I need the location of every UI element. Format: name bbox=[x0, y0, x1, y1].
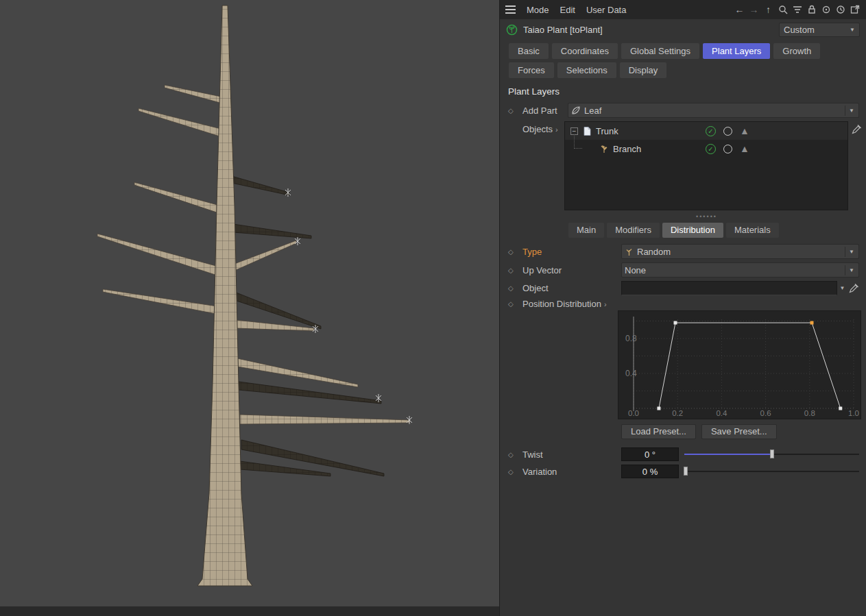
tab-basic[interactable]: Basic bbox=[509, 43, 549, 59]
chevron-down-icon: ▼ bbox=[847, 27, 855, 33]
solo-triangle-icon[interactable]: ▲ bbox=[740, 144, 749, 153]
collapse-minus-icon[interactable]: − bbox=[570, 127, 578, 135]
application-window: Mode Edit User Data ← → ↑ bbox=[0, 0, 866, 616]
slider-track bbox=[684, 471, 859, 472]
tree-row-trunk[interactable]: − Trunk ✓ ▲ bbox=[565, 122, 847, 140]
lock-icon[interactable] bbox=[806, 4, 817, 16]
object-link-row: ◇ Object ▼ bbox=[500, 281, 866, 295]
preset-dropdown[interactable]: Custom ▼ bbox=[779, 23, 860, 37]
param-diamond-icon: ◇ bbox=[508, 267, 522, 274]
twist-value-field[interactable]: 0 ° bbox=[621, 447, 679, 461]
svg-text:0.4: 0.4 bbox=[625, 369, 637, 378]
subtab-distribution[interactable]: Distribution bbox=[662, 223, 723, 238]
object-link-field[interactable] bbox=[621, 281, 837, 295]
svg-text:0.2: 0.2 bbox=[672, 409, 683, 417]
tab-growth[interactable]: Growth bbox=[773, 43, 820, 59]
solo-triangle-icon[interactable]: ▲ bbox=[740, 126, 749, 136]
panel-resize-handle[interactable]: •••••• bbox=[564, 214, 849, 219]
eyedropper-icon[interactable] bbox=[849, 283, 859, 293]
history-clock-icon[interactable] bbox=[834, 4, 846, 16]
tab-plant-layers[interactable]: Plant Layers bbox=[703, 43, 770, 59]
tree-item-name[interactable]: Trunk bbox=[596, 126, 618, 136]
wireframe-tree-model bbox=[0, 0, 499, 616]
preset-buttons-row: Load Preset... Save Preset... bbox=[621, 424, 866, 439]
search-icon[interactable] bbox=[777, 4, 789, 16]
variation-value-field[interactable]: 0 % bbox=[621, 465, 679, 478]
object-label: Object bbox=[522, 283, 621, 293]
parent-up-icon[interactable]: ↑ bbox=[762, 4, 774, 16]
svg-text:0.6: 0.6 bbox=[760, 409, 771, 417]
object-title: Taiao Plant [toPlant] bbox=[523, 25, 603, 35]
load-preset-button[interactable]: Load Preset... bbox=[621, 424, 696, 439]
svg-text:0.8: 0.8 bbox=[804, 409, 815, 417]
subtab-main[interactable]: Main bbox=[568, 223, 604, 238]
visibility-circle-icon[interactable] bbox=[723, 127, 732, 136]
branch-object-icon bbox=[599, 144, 609, 153]
enabled-check-icon[interactable]: ✓ bbox=[706, 144, 716, 154]
tab-coordinates[interactable]: Coordinates bbox=[552, 43, 618, 59]
add-part-dropdown[interactable]: Leaf ▼ bbox=[568, 103, 859, 118]
objects-row: Objects› − Trunk ✓ ▲ Branch bbox=[500, 121, 866, 210]
tab-row-1: Basic Coordinates Global Settings Plant … bbox=[500, 40, 866, 60]
param-diamond-icon: ◇ bbox=[508, 300, 522, 308]
type-row: ◇ Type Random ▼ bbox=[500, 244, 866, 259]
variation-label: Variation bbox=[522, 467, 621, 477]
menu-edit[interactable]: Edit bbox=[560, 5, 575, 15]
visibility-circle-icon[interactable] bbox=[723, 145, 732, 153]
layer-subtabs: Main Modifiers Distribution Materials bbox=[568, 223, 866, 238]
target-icon[interactable] bbox=[820, 4, 832, 16]
random-distribution-icon bbox=[625, 247, 634, 256]
param-diamond-icon: ◇ bbox=[508, 468, 522, 476]
slider-knob[interactable] bbox=[684, 467, 688, 476]
param-diamond-icon: ◇ bbox=[508, 284, 522, 292]
variation-slider[interactable] bbox=[684, 465, 859, 478]
section-title-plant-layers: Plant Layers bbox=[508, 86, 866, 97]
plant-object-icon bbox=[506, 24, 518, 36]
subtab-materials[interactable]: Materials bbox=[726, 223, 779, 238]
tab-selections[interactable]: Selections bbox=[557, 62, 616, 78]
twist-label: Twist bbox=[522, 449, 621, 460]
eyedropper-icon[interactable] bbox=[852, 124, 862, 134]
tree-indent bbox=[570, 140, 595, 158]
position-distribution-curve-editor[interactable]: 0.80.40.00.20.40.60.81.0 bbox=[618, 310, 861, 419]
tree-row-branch[interactable]: Branch ✓ ▲ bbox=[565, 140, 847, 158]
up-vector-dropdown[interactable]: None ▼ bbox=[621, 262, 859, 278]
enabled-check-icon[interactable]: ✓ bbox=[706, 126, 716, 136]
menu-mode[interactable]: Mode bbox=[527, 5, 549, 15]
expand-chevron-icon[interactable]: › bbox=[604, 300, 607, 308]
history-back-icon[interactable]: ← bbox=[734, 4, 745, 16]
svg-text:0.4: 0.4 bbox=[716, 409, 727, 417]
attribute-menubar: Mode Edit User Data ← → ↑ bbox=[500, 0, 866, 19]
chevron-down-icon[interactable]: ▼ bbox=[837, 281, 847, 295]
chevron-down-icon: ▼ bbox=[845, 106, 856, 116]
object-header: Taiao Plant [toPlant] Custom ▼ bbox=[500, 19, 866, 40]
viewport-3d[interactable] bbox=[0, 0, 499, 616]
tree-item-name[interactable]: Branch bbox=[613, 144, 641, 154]
up-vector-row: ◇ Up Vector None ▼ bbox=[500, 262, 866, 278]
popout-window-icon[interactable] bbox=[849, 4, 861, 16]
chevron-down-icon: ▼ bbox=[845, 265, 856, 275]
plant-layer-object-tree[interactable]: − Trunk ✓ ▲ Branch ✓ ▲ bbox=[564, 121, 848, 210]
param-diamond-icon: ◇ bbox=[508, 248, 522, 256]
hamburger-menu-icon[interactable] bbox=[505, 3, 516, 16]
expand-chevron-icon[interactable]: › bbox=[555, 125, 558, 134]
filter-icon[interactable] bbox=[791, 4, 803, 16]
add-part-value: Leaf bbox=[584, 106, 601, 116]
variation-row: ◇ Variation 0 % bbox=[500, 465, 866, 478]
subtab-modifiers[interactable]: Modifiers bbox=[607, 223, 660, 238]
type-dropdown[interactable]: Random ▼ bbox=[621, 244, 859, 259]
leaf-icon bbox=[571, 106, 581, 115]
twist-slider[interactable] bbox=[684, 447, 859, 461]
menubar-icon-group: ← → ↑ bbox=[734, 4, 861, 16]
history-forward-icon[interactable]: → bbox=[748, 4, 760, 16]
menu-user-data[interactable]: User Data bbox=[586, 5, 627, 15]
save-preset-button[interactable]: Save Preset... bbox=[701, 424, 777, 439]
slider-knob[interactable] bbox=[770, 449, 774, 458]
tab-row-2: Forces Selections Display bbox=[500, 60, 866, 79]
tab-global-settings[interactable]: Global Settings bbox=[621, 43, 699, 59]
tab-forces[interactable]: Forces bbox=[509, 62, 554, 78]
attribute-manager-panel: Mode Edit User Data ← → ↑ bbox=[499, 0, 866, 616]
tab-display[interactable]: Display bbox=[620, 62, 667, 78]
type-label: Type bbox=[522, 247, 621, 257]
tree-connector-line bbox=[574, 134, 582, 149]
